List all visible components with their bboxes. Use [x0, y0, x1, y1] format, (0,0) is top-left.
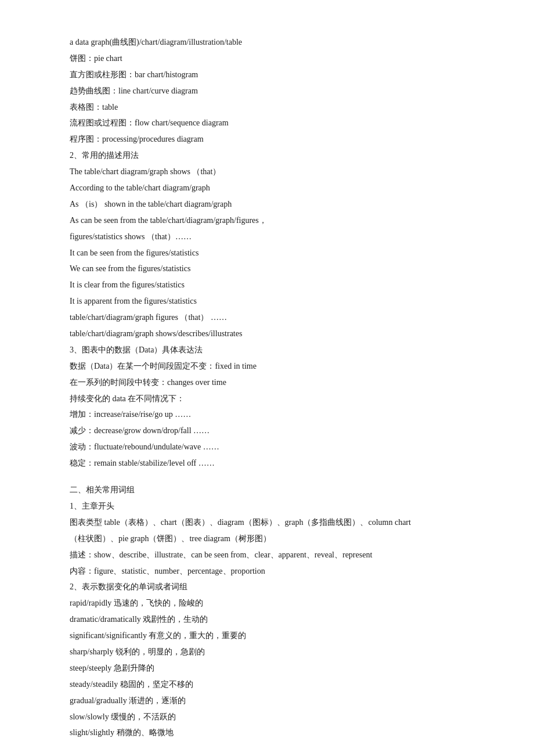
line-2: 饼图：pie chart — [70, 51, 464, 66]
line-22: 在一系列的时间段中转变：changes over time — [70, 375, 464, 390]
line-9: The table/chart diagram/graph shows （tha… — [70, 164, 464, 179]
line-32: 描述：show、describe、illustrate、can be seen … — [70, 548, 464, 563]
line-41: gradual/gradually 渐进的，逐渐的 — [70, 693, 464, 708]
line-24: 增加：increase/raise/rise/go up …… — [70, 407, 464, 422]
section-gap-1 — [70, 472, 464, 483]
line-34: 2、表示数据变化的单词或者词组 — [70, 579, 464, 595]
main-content: a data graph(曲线图)/chart/diagram/illustra… — [70, 35, 464, 740]
line-37: significant/significantly 有意义的，重大的，重要的 — [70, 628, 464, 643]
line-1: a data graph(曲线图)/chart/diagram/illustra… — [70, 35, 464, 50]
line-42: slow/slowly 缓慢的，不活跃的 — [70, 710, 464, 725]
line-38: sharp/sharply 锐利的，明显的，急剧的 — [70, 645, 464, 660]
line-16: It is clear from the figures/statistics — [70, 278, 464, 293]
line-23: 持续变化的 data 在不同情况下： — [70, 391, 464, 406]
line-30: 图表类型 table（表格）、chart（图表）、diagram（图标）、gra… — [70, 515, 464, 530]
line-33: 内容：figure、statistic、number、percentage、pr… — [70, 564, 464, 579]
line-35: rapid/rapidly 迅速的，飞快的，险峻的 — [70, 596, 464, 611]
line-4: 趋势曲线图：line chart/curve diagram — [70, 84, 464, 99]
line-40: steady/steadily 稳固的，坚定不移的 — [70, 677, 464, 692]
line-29: 1、主章开头 — [70, 499, 464, 514]
line-13: figures/statistics shows （that）…… — [70, 229, 464, 244]
line-7: 程序图：processing/procedures diagram — [70, 132, 464, 147]
line-3: 直方图或柱形图：bar chart/histogram — [70, 67, 464, 82]
line-6: 流程图或过程图：flow chart/sequence diagram — [70, 116, 464, 131]
line-21: 数据（Data）在某一个时间段固定不变：fixed in time — [70, 359, 464, 374]
line-26: 波动：fluctuate/rebound/undulate/wave …… — [70, 440, 464, 455]
line-12: As can be seen from the table/chart/diag… — [70, 213, 464, 228]
line-19: table/chart/diagram/graph shows/describe… — [70, 326, 464, 341]
line-11: As （is） shown in the table/chart diagram… — [70, 197, 464, 212]
line-14: It can be seen from the figures/statisti… — [70, 246, 464, 261]
line-20: 3、图表中的数据（Data）具体表达法 — [70, 343, 464, 358]
line-18: table/chart/diagram/graph figures （that）… — [70, 310, 464, 325]
line-25: 减少：decrease/grow down/drop/fall …… — [70, 423, 464, 438]
line-43: slight/slightly 稍微的、略微地 — [70, 725, 464, 740]
line-15: We can see from the figures/statistics — [70, 261, 464, 276]
line-10: According to the table/chart diagram/gra… — [70, 181, 464, 196]
line-31: （柱状图）、pie graph（饼图）、tree diagram（树形图） — [70, 531, 464, 546]
line-17: It is apparent from the figures/statisti… — [70, 294, 464, 309]
line-39: steep/steeply 急剧升降的 — [70, 661, 464, 676]
line-8: 2、常用的描述用法 — [70, 148, 464, 163]
line-27: 稳定：remain stable/stabilize/level off …… — [70, 456, 464, 471]
line-28: 二、相关常用词组 — [70, 483, 464, 498]
line-36: dramatic/dramatically 戏剧性的，生动的 — [70, 612, 464, 627]
line-5: 表格图：table — [70, 100, 464, 115]
